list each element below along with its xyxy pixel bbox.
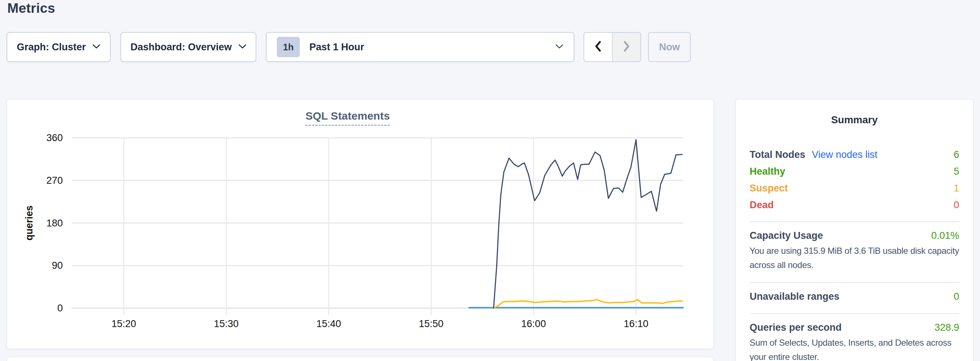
queries-per-second-row: Queries per second 328.9 [749,322,959,333]
chevron-down-icon [239,44,247,50]
unavailable-ranges-row: Unavailable ranges 0 [749,291,959,302]
dead-label: Dead [749,196,774,213]
svg-text:360: 360 [46,132,63,143]
svg-text:16:00: 16:00 [522,318,546,329]
queries-per-second-description: Sum of Selects, Updates, Inserts, and De… [749,336,959,361]
svg-text:0: 0 [57,302,63,314]
capacity-usage-label: Capacity Usage [749,230,823,241]
svg-text:15:50: 15:50 [419,318,444,329]
summary-title: Summary [749,100,959,126]
view-nodes-list-link[interactable]: View nodes list [812,146,878,163]
chart-canvas: 09018027036015:2015:3015:4015:5016:0016:… [7,100,713,348]
total-nodes-row: Total Nodes View nodes list 6 [749,146,959,163]
dashboard-dropdown-label: Dashboard: Overview [130,41,232,53]
healthy-label: Healthy [749,163,785,180]
queries-per-second-label: Queries per second [749,322,842,333]
next-chart-card [6,356,714,361]
chevron-right-icon [622,40,631,54]
graph-dropdown-label: Graph: Cluster [17,41,86,53]
svg-text:90: 90 [52,260,63,271]
divider [749,221,959,222]
total-nodes-label: Total Nodes [749,146,805,163]
capacity-usage-description: You are using 315.9 MiB of 3.6 TiB usabl… [749,244,959,272]
divider [749,282,959,283]
graph-dropdown[interactable]: Graph: Cluster [6,32,111,62]
time-range-selector[interactable]: 1h Past 1 Hour [266,32,574,62]
svg-text:180: 180 [46,218,63,229]
svg-text:15:40: 15:40 [316,318,341,329]
svg-text:270: 270 [46,175,63,186]
chevron-down-icon [555,44,563,50]
summary-panel: Summary Total Nodes View nodes list 6 He… [735,99,974,361]
time-range-badge: 1h [277,37,300,57]
unavailable-ranges-label: Unavailable ranges [749,291,839,302]
healthy-value: 5 [954,163,959,180]
capacity-usage-row: Capacity Usage 0.01% [749,230,959,241]
divider [749,313,959,314]
dashboard-dropdown[interactable]: Dashboard: Overview [121,32,256,62]
svg-text:queries: queries [24,205,35,240]
node-status-list: Total Nodes View nodes list 6 Healthy 5 … [749,146,959,213]
time-range-label: Past 1 Hour [309,41,364,53]
chevron-left-icon [593,40,603,54]
chevron-down-icon [92,44,100,50]
svg-text:15:20: 15:20 [111,318,136,329]
suspect-nodes-row: Suspect 1 [749,180,959,196]
next-time-button[interactable] [612,33,640,61]
svg-text:16:10: 16:10 [624,318,649,329]
suspect-value: 1 [954,180,959,196]
dead-value: 0 [954,196,959,213]
dead-nodes-row: Dead 0 [749,196,959,213]
healthy-nodes-row: Healthy 5 [749,163,959,180]
sql-statements-chart[interactable]: SQL Statements 09018027036015:2015:3015:… [6,99,714,349]
prev-time-button[interactable] [584,33,612,61]
time-step-control [584,32,641,62]
svg-text:15:30: 15:30 [214,318,239,329]
capacity-usage-value: 0.01% [931,230,959,241]
now-button[interactable]: Now [648,32,691,62]
queries-per-second-value: 328.9 [934,322,959,333]
page-title: Metrics [7,1,55,16]
total-nodes-value: 6 [954,146,959,163]
unavailable-ranges-value: 0 [954,291,959,302]
suspect-label: Suspect [749,180,788,196]
